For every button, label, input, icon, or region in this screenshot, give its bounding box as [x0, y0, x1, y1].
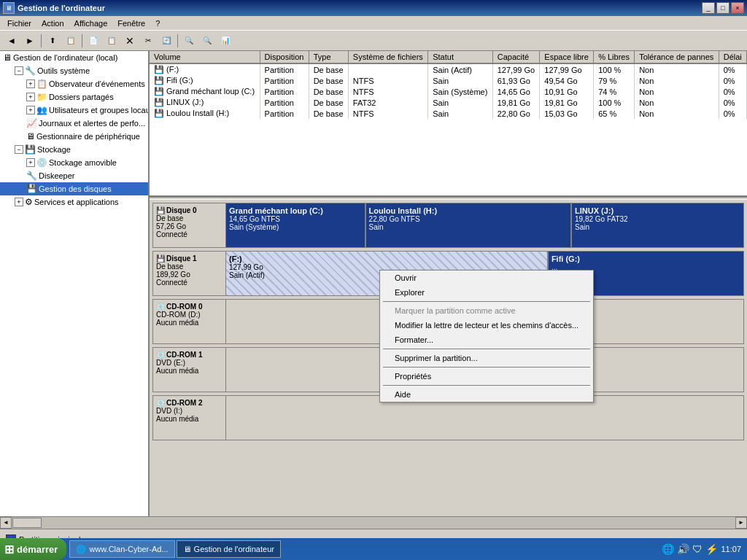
tree-label-dossiers: Dossiers partagés [49, 93, 114, 101]
col-free[interactable]: Espace libre [540, 51, 594, 63]
col-delay[interactable]: Délai [719, 51, 746, 63]
tray-icon-security[interactable]: 🛡 [692, 543, 703, 555]
col-pct[interactable]: % Libres [594, 51, 635, 63]
partition-size: 22,80 Go NTFS [369, 215, 568, 223]
col-tolerance[interactable]: Tolérance de pannes [635, 51, 719, 63]
scroll-thumb[interactable] [12, 518, 42, 528]
tree-item-observateur[interactable]: + 📋 Observateur d'événements [0, 77, 148, 90]
tree-item-dossiers[interactable]: + 📁 Dossiers partagés [0, 90, 148, 104]
disk-info: 💿 CD-ROM 0 CD-ROM (D:) Aucun média [153, 300, 226, 343]
col-fs[interactable]: Système de fichiers [348, 51, 427, 63]
disk-status: Aucun média [156, 367, 222, 375]
table-row[interactable]: 💾Grand méchant loup (C:)PartitionDe base… [150, 86, 747, 97]
tree-label-diskeeper: Diskeeper [39, 171, 75, 180]
amovible-expander[interactable]: + [26, 158, 35, 167]
dossiers-expander[interactable]: + [26, 93, 35, 101]
menu-help[interactable]: ? [151, 18, 164, 29]
table-row[interactable]: 💾LINUX (J:)PartitionDe baseFAT32Sain19,8… [150, 97, 747, 108]
horizontal-scrollbar: ◄ ► [0, 516, 747, 528]
close-button[interactable]: × [731, 2, 744, 14]
context-menu-item[interactable]: Supprimer la partition... [380, 351, 593, 365]
col-statut[interactable]: Statut [428, 51, 493, 63]
disk-type: De base [156, 214, 222, 222]
disk-title: 💿 CD-ROM 2 [156, 399, 222, 407]
tree-item-outils[interactable]: − 🔧 Outils système [0, 64, 148, 77]
stockage-icon: 💾 [25, 144, 36, 155]
col-volume[interactable]: Volume [150, 51, 260, 63]
show-hide-button[interactable]: 📋 [62, 33, 80, 49]
disk-status: Connecté [156, 230, 222, 238]
context-menu-item[interactable]: Formater... [380, 332, 593, 347]
partition-name: (F:) [229, 254, 544, 263]
back-button[interactable]: ◄ [3, 33, 20, 49]
stockage-expander[interactable]: − [15, 145, 23, 154]
tree-item-stockage[interactable]: − 💾 Stockage [0, 143, 148, 156]
start-button[interactable]: ⊞ démarrer [0, 538, 66, 560]
paste-button[interactable]: 📋 [103, 33, 120, 49]
dossiers-icon: 📁 [36, 92, 47, 102]
tray-icon-network[interactable]: 🌐 [662, 543, 674, 555]
tray-icon-sound[interactable]: 🔊 [677, 543, 689, 555]
menu-action[interactable]: Action [37, 18, 69, 29]
amovible-icon: 💿 [36, 158, 47, 168]
tray-icon-power[interactable]: ⚡ [705, 543, 718, 555]
context-menu-item[interactable]: Propriétés [380, 369, 593, 384]
minimize-button[interactable]: _ [702, 2, 715, 14]
help-button[interactable]: 📊 [217, 33, 234, 49]
left-panel: 🖥 Gestion de l'ordinateur (local) − 🔧 Ou… [0, 51, 150, 516]
disk-type: De base [156, 262, 222, 271]
scroll-track[interactable] [12, 517, 735, 529]
windows-logo: ⊞ [4, 542, 14, 556]
tree-label-root: Gestion de l'ordinateur (local) [13, 53, 117, 62]
scroll-right-button[interactable]: ► [735, 517, 747, 529]
disk-partitions [226, 396, 743, 440]
clock: 11:07 [721, 545, 741, 553]
toolbar: ◄ ► ⬆ 📋 📄 📋 ✕ ✂ 🔄 🔍 🔍 📊 [0, 31, 747, 51]
start-label: démarrer [17, 544, 58, 555]
tree-item-diskeeper[interactable]: 🔧 Diskeeper [0, 169, 148, 182]
outils-expander[interactable]: − [15, 66, 23, 75]
utilisateurs-expander[interactable]: + [26, 106, 35, 114]
observateur-expander[interactable]: + [26, 79, 35, 88]
col-capacity[interactable]: Capacité [492, 51, 540, 63]
context-menu-item[interactable]: Explorer [380, 285, 593, 300]
partition[interactable]: Grand méchant loup (C:) 14,65 Go NTFS Sa… [226, 203, 366, 247]
export-button[interactable]: 🔍 [180, 33, 198, 49]
partition-size: 14,65 Go NTFS [229, 215, 362, 223]
tree-item-gestionnaire[interactable]: 🖥 Gestionnaire de périphérique [0, 130, 148, 143]
properties-button[interactable]: ✂ [139, 33, 157, 49]
table-row[interactable]: 💾Fifi (G:)PartitionDe baseNTFSSain61,93 … [150, 75, 747, 86]
copy-button[interactable]: 📄 [85, 33, 102, 49]
tree-item-utilisateurs[interactable]: + 👥 Utilisateurs et groupes locaux [0, 104, 148, 117]
tree-item-root[interactable]: 🖥 Gestion de l'ordinateur (local) [0, 51, 148, 64]
tree-item-gestion-disques[interactable]: 💾 Gestion des disques [0, 182, 148, 195]
menu-fenetre[interactable]: Fenêtre [113, 18, 150, 29]
up-button[interactable]: ⬆ [44, 33, 61, 49]
context-menu-item[interactable]: Ouvrir [380, 271, 593, 285]
scroll-left-button[interactable]: ◄ [0, 517, 12, 529]
col-type[interactable]: Type [309, 51, 348, 63]
table-row[interactable]: 💾(F:)PartitionDe baseSain (Actif)127,99 … [150, 63, 747, 75]
taskbar-item[interactable]: 🌐 www.Clan-Cyber-Ad... [69, 540, 174, 558]
partition-status: Sain [369, 223, 568, 231]
menu-fichier[interactable]: Fichier [3, 18, 36, 29]
col-disposition[interactable]: Disposition [260, 51, 309, 63]
tree-item-stockage-amovible[interactable]: + 💿 Stockage amovible [0, 156, 148, 169]
window-title: Gestion de l'ordinateur [18, 4, 105, 12]
maximize-button[interactable]: □ [716, 2, 729, 14]
services-expander[interactable]: + [15, 198, 23, 206]
partition[interactable]: LINUX (J:) 19,82 Go FAT32 Sain [572, 203, 743, 247]
tree-item-services[interactable]: + ⚙ Services et applications [0, 195, 148, 209]
tree-item-journaux[interactable]: 📈 Journaux et alertes de perfo... [0, 117, 148, 130]
context-menu-item[interactable]: Aide [380, 387, 593, 402]
table-row[interactable]: 💾Loulou Install (H:)PartitionDe baseNTFS… [150, 108, 747, 119]
refresh-button[interactable]: 🔄 [158, 33, 175, 49]
menu-affichage[interactable]: Affichage [70, 18, 112, 29]
zoom-button[interactable]: 🔍 [198, 33, 216, 49]
context-menu-item[interactable]: Modifier la lettre de lecteur et les che… [380, 318, 593, 332]
delete-button[interactable]: ✕ [121, 33, 139, 49]
disk-title: 💾 Disque 1 [156, 254, 222, 262]
forward-button[interactable]: ► [21, 33, 39, 49]
taskbar-item[interactable]: 🖥 Gestion de l'ordinateur [177, 540, 281, 558]
partition[interactable]: Loulou Install (H:) 22,80 Go NTFS Sain [366, 203, 572, 247]
